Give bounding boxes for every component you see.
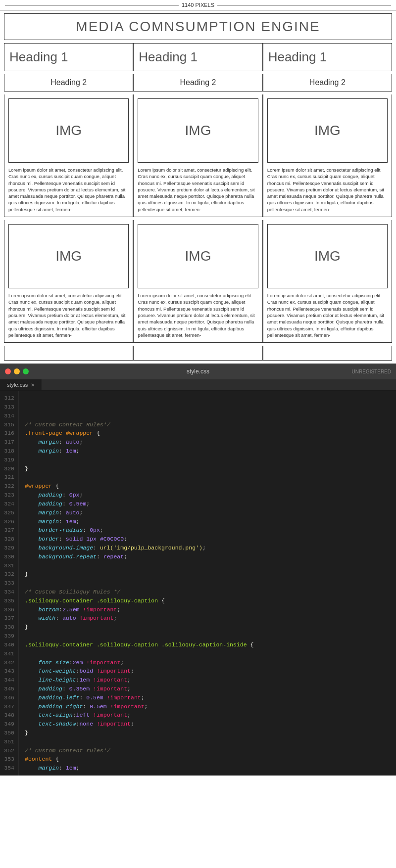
- line-number: 321: [4, 473, 14, 482]
- editor-tab-style-css[interactable]: style.css ✕: [0, 379, 42, 390]
- minimize-button-icon[interactable]: [14, 368, 20, 374]
- line-number: 341: [4, 649, 14, 658]
- code-line: margin: 1em;: [25, 764, 396, 773]
- line-number: 334: [4, 588, 14, 596]
- code-line: margin: 1em;: [25, 517, 396, 526]
- line-number: 337: [4, 614, 14, 623]
- card-1-1: IMG Lorem ipsum dolor sit amet, consecte…: [4, 94, 133, 217]
- code-line: [25, 456, 396, 464]
- card-text-1-3: Lorem ipsum dolor sit amet, consectetur …: [267, 167, 388, 213]
- code-line: margin: 1em;: [25, 447, 396, 456]
- code-content: /* Custom Content Rules*/.front-page #wr…: [19, 391, 396, 776]
- code-line: }: [25, 464, 396, 473]
- editor-titlebar: style.css UNREGISTERED: [0, 364, 396, 379]
- card-row-2: IMG Lorem ipsum dolor sit amet, consecte…: [4, 220, 392, 343]
- wireframe-section: 1140 PIXELS MEDIA COMNSUMPTION ENGINE He…: [0, 0, 396, 361]
- close-button-icon[interactable]: [5, 368, 11, 374]
- img-placeholder-1-1: IMG: [8, 98, 129, 163]
- heading1-col3: Heading 1: [263, 43, 392, 71]
- unregistered-label: UNREGISTERED: [352, 369, 391, 374]
- line-number: 326: [4, 517, 14, 526]
- line-number: 352: [4, 746, 14, 755]
- img-placeholder-2-3: IMG: [267, 224, 388, 288]
- line-number: 345: [4, 685, 14, 693]
- line-number: 314: [4, 411, 14, 420]
- line-number: 312: [4, 394, 14, 403]
- line-number: 323: [4, 491, 14, 500]
- line-number: 342: [4, 658, 14, 667]
- partial-cell-1: [4, 346, 133, 361]
- line-number: 313: [4, 403, 14, 411]
- editor-body: 3123133143153163173183193203213223233243…: [0, 391, 396, 776]
- code-line: [25, 561, 396, 570]
- line-number: 349: [4, 720, 14, 729]
- partial-cell-3: [263, 346, 392, 361]
- code-line: background-image: url('img/pulp_backgrou…: [25, 544, 396, 552]
- code-line: border: solid 1px #C0C0C0;: [25, 535, 396, 544]
- code-line: [25, 632, 396, 640]
- line-number: 316: [4, 429, 14, 438]
- tab-close-icon[interactable]: ✕: [31, 382, 35, 388]
- code-line: #content {: [25, 755, 396, 764]
- heading1-col1: Heading 1: [4, 43, 133, 71]
- code-line: padding-left: 0.5em !important;: [25, 693, 396, 702]
- line-number: 315: [4, 420, 14, 429]
- card-2-3: IMG Lorem ipsum dolor sit amet, consecte…: [263, 220, 392, 343]
- card-text-2-3: Lorem ipsum dolor sit amet, consectetur …: [267, 292, 388, 338]
- card-text-1-2: Lorem ipsum dolor sit amet, consectetur …: [138, 167, 258, 213]
- card-1-2: IMG Lorem ipsum dolor sit amet, consecte…: [133, 94, 262, 217]
- code-line: background-repeat: repeat;: [25, 552, 396, 561]
- heading2-col2: Heading 2: [133, 74, 262, 91]
- line-number: 325: [4, 508, 14, 517]
- line-number: 330: [4, 552, 14, 561]
- code-line: padding: 0.35em !important;: [25, 685, 396, 693]
- card-row-1: IMG Lorem ipsum dolor sit amet, consecte…: [4, 94, 392, 217]
- code-line: [25, 649, 396, 658]
- card-text-1-1: Lorem ipsum dolor sit amet, consectetur …: [8, 167, 129, 213]
- code-line: line-height:1em !important;: [25, 676, 396, 685]
- code-line: margin: auto;: [25, 508, 396, 517]
- line-number: 328: [4, 535, 14, 544]
- code-line: /* Custom Soliloquy Rules */: [25, 588, 396, 596]
- line-number: 339: [4, 632, 14, 640]
- ruler-label: 1140 PIXELS: [179, 2, 217, 8]
- site-title-box: MEDIA COMNSUMPTION ENGINE: [4, 13, 392, 40]
- code-line: /* Custom Content Rules*/: [25, 420, 396, 429]
- line-number: 335: [4, 596, 14, 605]
- img-placeholder-2-2: IMG: [138, 224, 258, 288]
- maximize-button-icon[interactable]: [23, 368, 29, 374]
- code-line: #wrapper {: [25, 482, 396, 491]
- code-line: padding: 0.5em;: [25, 500, 396, 508]
- code-line: .soliloquy-container .soliloquy-caption …: [25, 596, 396, 605]
- line-number: 348: [4, 711, 14, 720]
- card-2-2: IMG Lorem ipsum dolor sit amet, consecte…: [133, 220, 262, 343]
- pixel-ruler: 1140 PIXELS: [0, 0, 396, 10]
- code-line: [25, 473, 396, 482]
- card-1-3: IMG Lorem ipsum dolor sit amet, consecte…: [263, 94, 392, 217]
- heading1-col2: Heading 1: [133, 43, 262, 71]
- code-line: [25, 403, 396, 411]
- img-placeholder-1-3: IMG: [267, 98, 388, 163]
- code-line: }: [25, 729, 396, 737]
- line-number: 340: [4, 640, 14, 649]
- code-editor: style.css UNREGISTERED style.css ✕ 31231…: [0, 364, 396, 776]
- line-number: 332: [4, 570, 14, 579]
- line-number: 319: [4, 456, 14, 464]
- traffic-lights: [5, 368, 29, 374]
- code-line: }: [25, 623, 396, 632]
- code-line: }: [25, 570, 396, 579]
- editor-tab-bar: style.css ✕: [0, 379, 396, 391]
- partial-cell-2: [133, 346, 262, 361]
- line-number: 346: [4, 693, 14, 702]
- code-line: [25, 737, 396, 746]
- partial-row: [4, 346, 392, 361]
- code-line: bottom:2.5em !important;: [25, 605, 396, 614]
- card-text-2-2: Lorem ipsum dolor sit amet, consectetur …: [138, 292, 258, 338]
- line-number: 318: [4, 447, 14, 456]
- heading2-col1: Heading 2: [4, 74, 133, 91]
- line-number: 344: [4, 676, 14, 685]
- line-number: 347: [4, 702, 14, 711]
- line-number: 353: [4, 755, 14, 764]
- img-placeholder-2-1: IMG: [8, 224, 129, 288]
- line-number: 317: [4, 438, 14, 447]
